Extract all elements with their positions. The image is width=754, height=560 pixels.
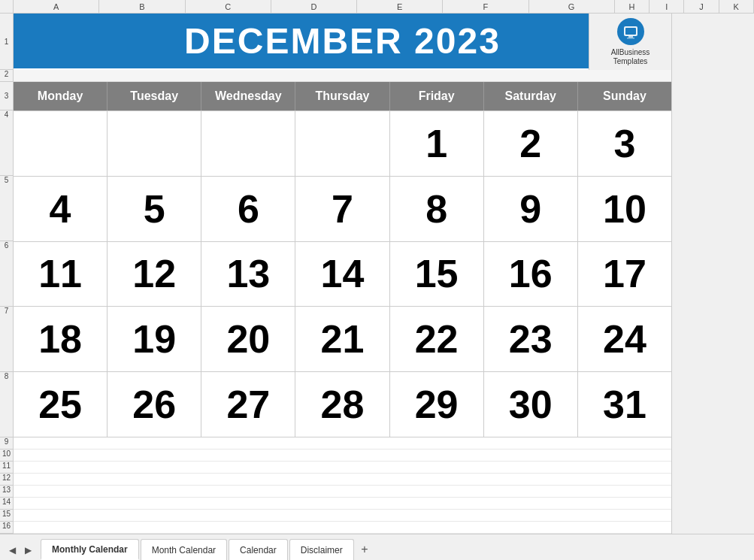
bottom-row-9 <box>14 437 671 450</box>
tab-monthly-calendar[interactable]: Monthly Calendar <box>41 539 139 560</box>
calendar-title: DECEMBER 2023 <box>184 20 501 62</box>
cell-w3-sun[interactable]: 17 <box>578 242 671 307</box>
calendar-title-row: DECEMBER 2023 AllBusinessTemplates <box>14 14 671 70</box>
cell-w1-wed[interactable] <box>201 111 295 176</box>
bottom-row-14 <box>14 498 671 510</box>
tab-bar: ◀ ▶ Monthly Calendar Month Calendar Cale… <box>0 534 754 560</box>
cell-w4-sat[interactable]: 23 <box>484 307 578 371</box>
spreadsheet-body: 1 2 3 4 5 6 7 8 9 10 11 12 13 14 15 16 D… <box>0 14 754 534</box>
cell-w5-wed[interactable]: 27 <box>201 372 295 437</box>
prev-arrow[interactable]: ◀ <box>6 543 19 557</box>
row-12: 12 <box>0 474 13 486</box>
bottom-row-12 <box>14 474 671 486</box>
col-k: K <box>719 0 754 13</box>
cell-w5-sat[interactable]: 30 <box>484 372 578 437</box>
bottom-row-13 <box>14 486 671 498</box>
cell-w2-sat[interactable]: 9 <box>484 177 578 241</box>
bottom-row-10 <box>14 450 671 462</box>
cell-w2-wed[interactable]: 6 <box>201 177 295 241</box>
cell-w4-thu[interactable]: 21 <box>295 307 389 371</box>
row-8: 8 <box>0 372 13 437</box>
cell-w2-fri[interactable]: 8 <box>390 177 484 241</box>
cell-w1-sat[interactable]: 2 <box>484 111 578 176</box>
bottom-row-16 <box>14 522 671 534</box>
row-2: 2 <box>0 70 13 82</box>
col-h: H <box>615 0 650 13</box>
brand-area: AllBusinessTemplates <box>589 14 671 70</box>
header-friday: Friday <box>390 82 484 110</box>
week-row-4: 18 19 20 21 22 23 24 <box>14 307 671 372</box>
cell-w5-fri[interactable]: 29 <box>390 372 484 437</box>
empty-row-2 <box>14 70 671 82</box>
main-calendar-content: DECEMBER 2023 AllBusinessTemplates <box>14 14 671 534</box>
cell-w1-sun[interactable]: 3 <box>578 111 671 176</box>
col-a: A <box>14 0 99 13</box>
header-thursday: Thursday <box>295 82 389 110</box>
col-f: F <box>443 0 528 13</box>
svg-rect-1 <box>625 28 636 35</box>
tab-disclaimer[interactable]: Disclaimer <box>289 539 354 560</box>
cell-w3-mon[interactable]: 11 <box>14 242 107 307</box>
row-13: 13 <box>0 486 13 498</box>
cell-w5-tue[interactable]: 26 <box>107 372 201 437</box>
week-row-5: 25 26 27 28 29 30 31 <box>14 372 671 437</box>
row-15: 15 <box>0 510 13 522</box>
col-c: C <box>186 0 271 13</box>
cell-w4-wed[interactable]: 20 <box>201 307 295 371</box>
col-e: E <box>357 0 443 13</box>
cell-w5-thu[interactable]: 28 <box>295 372 389 437</box>
brand-icon <box>617 18 644 45</box>
bottom-empty-rows <box>14 437 671 534</box>
next-arrow[interactable]: ▶ <box>22 543 35 557</box>
tab-calendar[interactable]: Calendar <box>229 539 288 560</box>
week-row-3: 11 12 13 14 15 16 17 <box>14 242 671 307</box>
column-headers: A B C D E F G H I J K <box>0 0 754 14</box>
cell-w5-mon[interactable]: 25 <box>14 372 107 437</box>
week-row-1: 1 2 3 <box>14 111 671 177</box>
row-10: 10 <box>0 450 13 462</box>
col-g: G <box>529 0 615 13</box>
nav-arrows: ◀ ▶ <box>6 543 35 557</box>
header-saturday: Saturday <box>484 82 578 110</box>
tab-month-calendar[interactable]: Month Calendar <box>141 539 227 560</box>
cell-w3-sat[interactable]: 16 <box>484 242 578 307</box>
cell-w1-fri[interactable]: 1 <box>390 111 484 176</box>
cell-w1-thu[interactable] <box>295 111 389 176</box>
row-4: 4 <box>0 110 13 176</box>
cell-w2-tue[interactable]: 5 <box>107 177 201 241</box>
col-i: I <box>650 0 684 13</box>
svg-rect-2 <box>628 36 633 38</box>
svg-rect-3 <box>627 38 634 39</box>
calendar-grid: 1 2 3 4 5 6 7 8 9 10 11 12 13 14 15 16 <box>14 110 671 437</box>
row-3: 3 <box>0 82 13 110</box>
cell-w4-sun[interactable]: 24 <box>578 307 671 371</box>
cell-w5-sun[interactable]: 31 <box>578 372 671 437</box>
header-monday: Monday <box>14 82 107 110</box>
cell-w4-tue[interactable]: 19 <box>107 307 201 371</box>
cell-w3-thu[interactable]: 14 <box>295 242 389 307</box>
cell-w3-tue[interactable]: 12 <box>107 242 201 307</box>
cell-w4-mon[interactable]: 18 <box>14 307 107 371</box>
cell-w2-sun[interactable]: 10 <box>578 177 671 241</box>
corner-spacer <box>0 0 14 13</box>
row-11: 11 <box>0 462 13 474</box>
cell-w3-fri[interactable]: 15 <box>390 242 484 307</box>
cell-w2-thu[interactable]: 7 <box>295 177 389 241</box>
col-j: J <box>684 0 719 13</box>
row-5: 5 <box>0 176 13 241</box>
row-1: 1 <box>0 14 13 70</box>
cell-w1-mon[interactable] <box>14 111 107 176</box>
row-numbers: 1 2 3 4 5 6 7 8 9 10 11 12 13 14 15 16 <box>0 14 14 534</box>
cell-w1-tue[interactable] <box>107 111 201 176</box>
cell-w2-mon[interactable]: 4 <box>14 177 107 241</box>
header-wednesday: Wednesday <box>201 82 295 110</box>
right-columns <box>671 14 754 534</box>
header-tuesday: Tuesday <box>107 82 201 110</box>
row-7: 7 <box>0 307 13 372</box>
add-tab-button[interactable]: + <box>356 540 374 558</box>
cell-w4-fri[interactable]: 22 <box>390 307 484 371</box>
row-9: 9 <box>0 437 13 450</box>
cell-w3-wed[interactable]: 13 <box>201 242 295 307</box>
week-row-2: 4 5 6 7 8 9 10 <box>14 177 671 242</box>
bottom-row-11 <box>14 462 671 474</box>
